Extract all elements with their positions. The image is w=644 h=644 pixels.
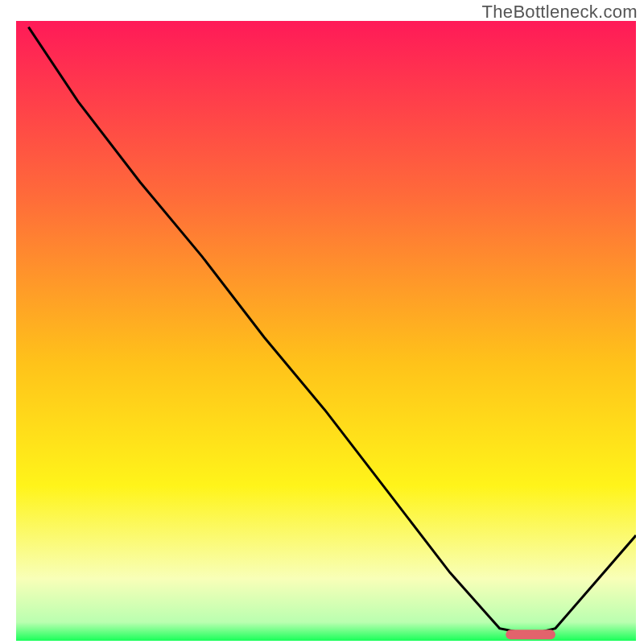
bottleneck-chart bbox=[16, 21, 636, 641]
optimal-range-marker bbox=[506, 630, 555, 639]
gradient-background bbox=[16, 21, 636, 641]
watermark-text: TheBottleneck.com bbox=[482, 2, 638, 23]
